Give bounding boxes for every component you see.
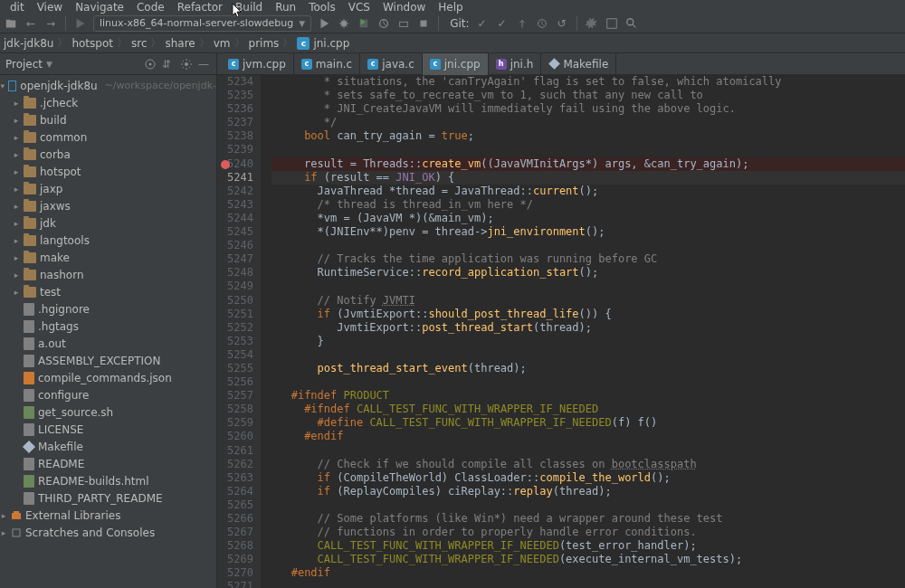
code-line[interactable]: } (272, 335, 905, 348)
line-number[interactable]: 5250 (217, 294, 253, 308)
code-line[interactable] (272, 143, 905, 156)
line-number[interactable]: 5244 (217, 212, 253, 225)
code-line[interactable]: CALL_TEST_FUNC_WITH_WRAPPER_IF_NEEDED(ex… (272, 553, 905, 566)
back-icon[interactable]: ← (24, 16, 38, 31)
line-number[interactable]: 5234 (217, 75, 253, 89)
code-line[interactable]: #ifndef PRODUCT (272, 389, 905, 403)
code-line[interactable]: * situations, the 'canTryAgain' flag is … (272, 75, 905, 89)
editor[interactable]: 5234523552365237523852395240524152425243… (217, 75, 905, 588)
locate-icon[interactable] (144, 58, 157, 71)
coverage-icon[interactable] (357, 16, 371, 31)
tree-folder[interactable]: ▸hotspot (0, 163, 216, 180)
line-number[interactable]: 5261 (217, 444, 253, 458)
tree-folder[interactable]: ▸common (0, 128, 216, 146)
editor-tab[interactable]: cjni.cpp (423, 53, 489, 75)
code-line[interactable]: // Tracks the time application was runni… (272, 252, 905, 266)
code-line[interactable]: if (JvmtiExport::should_post_thread_life… (272, 308, 905, 321)
line-number[interactable]: 5245 (217, 225, 253, 239)
open-icon[interactable] (4, 16, 18, 31)
tree-file[interactable]: ASSEMBLY_EXCEPTION (0, 352, 216, 369)
tree-file[interactable]: .hgtags (0, 318, 216, 335)
profile-icon[interactable] (376, 16, 391, 31)
line-number[interactable]: 5243 (217, 198, 253, 212)
breadcrumb-item[interactable]: src (131, 37, 148, 50)
tree-folder[interactable]: ▸corba (0, 146, 216, 163)
run-icon[interactable] (317, 16, 331, 31)
code-line[interactable]: #endif (272, 566, 905, 580)
line-number[interactable]: 5254 (217, 348, 253, 362)
code-line[interactable]: *vm = (JavaVM *)(&main_vm); (272, 212, 905, 225)
line-number[interactable]: 5249 (217, 280, 253, 293)
line-number[interactable]: 5235 (217, 89, 253, 102)
line-number[interactable]: 5247 (217, 252, 253, 266)
line-number[interactable]: 5265 (217, 498, 253, 512)
forward-icon[interactable]: → (43, 16, 58, 31)
line-number[interactable]: 5252 (217, 321, 253, 335)
tree-folder[interactable]: ▸.jcheck (0, 94, 216, 111)
line-number[interactable]: 5236 (217, 102, 253, 116)
line-number[interactable]: 5260 (217, 430, 253, 443)
code-line[interactable]: // Some platforms (like Win*) need a wra… (272, 512, 905, 526)
code-line[interactable]: // Notify JVMTI (272, 294, 905, 308)
git-commit-icon[interactable]: ✓ (495, 16, 510, 31)
line-number[interactable]: 5262 (217, 458, 253, 471)
tree-file[interactable]: README (0, 455, 216, 472)
project-tree[interactable]: ▾ openjdk-jdk8u ~/workspace/openjdk- ▸.j… (0, 75, 216, 543)
code-line[interactable]: */ (272, 116, 905, 129)
settings-icon[interactable] (585, 16, 599, 31)
menu-code[interactable]: Code (130, 1, 171, 14)
git-rollback-icon[interactable]: ↺ (555, 16, 569, 31)
run-config-selector[interactable]: linux-x86_64-normal-server-slowdebug ▼ (93, 15, 311, 32)
tree-file[interactable]: get_source.sh (0, 403, 216, 421)
tree-file[interactable]: Makefile (0, 438, 216, 455)
line-number[interactable]: 5246 (217, 239, 253, 252)
line-number[interactable]: 5266 (217, 512, 253, 526)
expand-all-icon[interactable]: ⇵ (162, 58, 175, 71)
line-number[interactable]: 5248 (217, 266, 253, 280)
menu-run[interactable]: Run (269, 1, 302, 14)
line-number[interactable]: 5239 (217, 143, 253, 156)
code-line[interactable]: JavaThread *thread = JavaThread::current… (272, 185, 905, 198)
line-number[interactable]: 5257 (217, 389, 253, 403)
menu-build[interactable]: Build (229, 1, 269, 14)
code-line[interactable]: result = Threads::create_vm((JavaVMInitA… (272, 157, 905, 171)
code-line[interactable]: RuntimeService::record_application_start… (272, 266, 905, 280)
code-line[interactable]: // functions in order to properly handle… (272, 526, 905, 539)
editor-tab[interactable]: cjava.c (360, 53, 423, 75)
line-number[interactable]: 5253 (217, 335, 253, 348)
line-number[interactable]: 5251 (217, 308, 253, 321)
code-line[interactable] (272, 375, 905, 389)
tree-folder[interactable]: ▸jdk (0, 214, 216, 232)
menu-navigate[interactable]: Navigate (69, 1, 130, 14)
line-number[interactable]: 5238 (217, 129, 253, 143)
line-number[interactable]: 5242 (217, 185, 253, 198)
line-number[interactable]: 5255 (217, 362, 253, 375)
line-number[interactable]: 5259 (217, 416, 253, 430)
code-line[interactable] (272, 580, 905, 588)
hide-icon[interactable]: — (198, 58, 211, 71)
tree-file[interactable]: compile_commands.json (0, 369, 216, 386)
debug-icon[interactable] (337, 16, 351, 31)
tree-file[interactable]: a.out (0, 335, 216, 352)
code-line[interactable]: JvmtiExport::post_thread_start(thread); (272, 321, 905, 335)
menu-refactor[interactable]: Refactor (171, 1, 229, 14)
tree-folder[interactable]: ▸build (0, 111, 216, 128)
code-line[interactable]: post_thread_start_event(thread); (272, 362, 905, 375)
menu-tools[interactable]: Tools (302, 1, 342, 14)
code-line[interactable] (272, 280, 905, 293)
tree-file[interactable]: README-builds.html (0, 472, 216, 489)
code-line[interactable] (272, 498, 905, 512)
code-line[interactable]: /* thread is thread_in_vm here */ (272, 198, 905, 212)
code-line[interactable]: #ifndef CALL_TEST_FUNC_WITH_WRAPPER_IF_N… (272, 403, 905, 416)
menu-window[interactable]: Window (376, 1, 432, 14)
code-line[interactable]: if (CompileTheWorld) ClassLoader::compil… (272, 471, 905, 485)
line-number[interactable]: 5264 (217, 485, 253, 498)
line-number[interactable]: 5270 (217, 566, 253, 580)
line-number[interactable]: 5271 (217, 580, 253, 588)
gear-icon[interactable] (180, 58, 193, 71)
tree-file[interactable]: LICENSE (0, 421, 216, 438)
code-line[interactable]: *(JNIEnv**)penv = thread->jni_environmen… (272, 225, 905, 239)
attach-icon[interactable] (396, 16, 411, 31)
code-line[interactable]: * JNI_CreateJavaVM will immediately fail… (272, 102, 905, 116)
tree-extra[interactable]: ▸Scratches and Consoles (0, 524, 216, 541)
